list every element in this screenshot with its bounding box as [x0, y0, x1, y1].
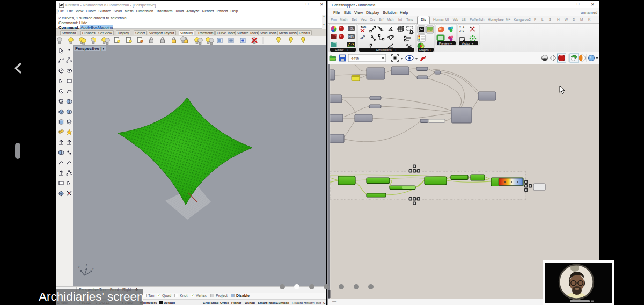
svg-text:Colour +: Colour +: [335, 48, 349, 52]
svg-text:Graphs +: Graphs +: [419, 48, 431, 52]
svg-text:y: y: [78, 265, 80, 268]
svg-text:2:2: 2:2: [459, 30, 464, 33]
svg-text:Dimensions +: Dimensions +: [376, 48, 397, 52]
svg-text:Preview +: Preview +: [439, 42, 452, 45]
svg-text:HSV: HSV: [348, 35, 354, 38]
svg-text:TAG: TAG: [361, 26, 366, 29]
svg-text:z: z: [86, 263, 87, 266]
svg-text:HSL: HSL: [349, 27, 354, 30]
svg-text:x: x: [92, 267, 94, 271]
svg-text:44%: 44%: [351, 56, 359, 61]
svg-text:Vector +: Vector +: [462, 42, 473, 45]
